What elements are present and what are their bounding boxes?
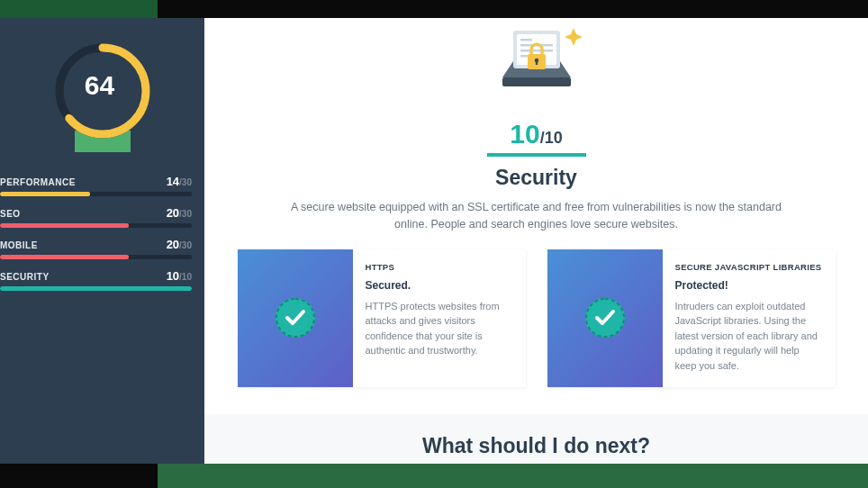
metric-score: 20/30	[167, 238, 192, 251]
sidebar: 64 PERFORMANCE 14/30 SEO 20/30	[0, 18, 204, 464]
metric-score: 20/30	[167, 206, 192, 220]
card-status: Protected!	[675, 279, 823, 292]
metric-mobile[interactable]: MOBILE 20/30	[0, 232, 204, 264]
metric-label: MOBILE	[0, 240, 38, 250]
card-category: SECURE JAVASCRIPT LIBRARIES	[675, 262, 823, 272]
section-description: A secure website equipped with an SSL ce…	[285, 199, 789, 233]
card-status: Secured.	[366, 279, 513, 292]
metric-score: 10/10	[167, 269, 192, 283]
card-js-libraries: SECURE JAVASCRIPT LIBRARIES Protected! I…	[547, 249, 836, 388]
svg-rect-7	[520, 50, 553, 52]
next-steps-section: What should I do next?	[204, 414, 868, 464]
card-text: Intruders can exploit outdated JavaScrip…	[675, 299, 823, 374]
security-section: 10/10 Security A secure website equipped…	[204, 18, 868, 414]
security-illustration-icon	[222, 18, 850, 112]
svg-rect-11	[535, 60, 537, 65]
metrics-list: PERFORMANCE 14/30 SEO 20/30 MOBILE 20/30	[0, 169, 204, 295]
security-cards: HTTPS Secured. HTTPS protects websites f…	[222, 249, 850, 388]
metric-label: SEO	[0, 209, 21, 219]
svg-rect-5	[520, 39, 532, 41]
card-text: HTTPS protects websites from attacks and…	[366, 299, 513, 358]
card-category: HTTPS	[366, 262, 513, 272]
svg-rect-2	[502, 77, 571, 86]
metric-score: 14/30	[167, 175, 192, 188]
check-badge-icon	[547, 249, 663, 388]
metric-seo[interactable]: SEO 20/30	[0, 201, 204, 232]
overall-gauge: 64	[0, 38, 204, 153]
main-content: 10/10 Security A secure website equipped…	[204, 18, 868, 464]
next-steps-title: What should I do next?	[422, 434, 650, 458]
overall-score: 64	[85, 70, 114, 101]
section-score: 10/10	[222, 119, 850, 149]
app-root: 64 PERFORMANCE 14/30 SEO 20/30	[0, 18, 868, 464]
check-badge-icon	[238, 249, 353, 388]
section-title: Security	[222, 166, 850, 190]
metric-security[interactable]: SECURITY 10/10	[0, 264, 204, 295]
score-underline	[487, 153, 586, 157]
metric-performance[interactable]: PERFORMANCE 14/30	[0, 169, 204, 201]
card-https: HTTPS Secured. HTTPS protects websites f…	[238, 249, 526, 388]
metric-label: PERFORMANCE	[0, 177, 76, 187]
metric-label: SECURITY	[0, 272, 50, 282]
